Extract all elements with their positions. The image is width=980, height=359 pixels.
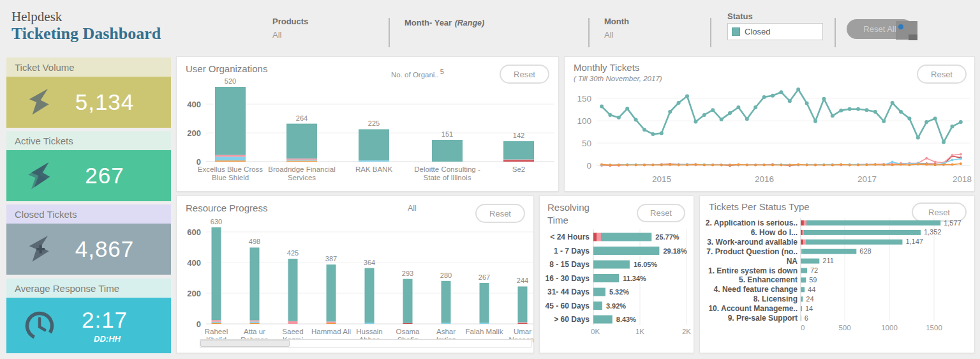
resource-bar[interactable] [212,227,221,324]
resource-scrollbar-thumb[interactable] [200,340,290,347]
status-filter-select[interactable]: Closed [727,23,823,40]
svg-text:1. Entire system is down: 1. Entire system is down [708,266,798,275]
svg-text:29.18%: 29.18% [663,247,687,255]
resource-bar[interactable] [403,279,413,324]
svg-text:11.34%: 11.34% [623,275,646,282]
svg-text:Ashar: Ashar [436,328,456,335]
filter-status-label: Status [727,11,753,21]
svg-text:RAK BANK: RAK BANK [355,165,392,173]
svg-text:24: 24 [806,295,813,303]
svg-text:0K: 0K [591,328,600,335]
status-filter-value: Closed [745,27,770,36]
status-bar[interactable] [801,259,819,264]
filter-month-value[interactable]: All [604,30,629,40]
org-bar[interactable] [359,129,389,162]
filter-month-year[interactable]: Month- Year (Range) [405,17,484,28]
org-bar[interactable] [215,87,246,162]
svg-text:45 - 60 Days: 45 - 60 Days [546,302,590,310]
filter-products-value[interactable]: All [272,30,308,40]
status-bar[interactable] [801,230,921,235]
resource-bar[interactable] [327,264,336,324]
kpi-avg-response-value: 2:17 [56,307,153,333]
kpi-avg-response-unit: DD:HH [56,334,158,344]
header-divider [710,18,711,47]
svg-text:4. Need feature change: 4. Need feature change [714,285,798,294]
svg-text:Blue Shield: Blue Shield [212,174,249,181]
svg-text:400: 400 [187,258,201,268]
reset-all-notch [909,34,917,40]
tickets-per-status-chart[interactable]: 0500100015002. Application is serious..1… [700,215,975,353]
status-closed-swatch [732,27,740,36]
svg-text:3.92%: 3.92% [606,302,626,310]
svg-text:Saeed: Saeed [282,328,303,335]
resolving-reset-button[interactable]: Reset [637,204,685,222]
status-bar[interactable] [801,306,802,311]
svg-text:0: 0 [801,324,805,332]
status-bar[interactable] [801,296,803,302]
svg-text:600: 600 [187,227,201,237]
resource-bar[interactable] [480,283,489,324]
org-bar[interactable] [286,124,317,162]
resource-bar[interactable] [365,268,375,324]
status-bar[interactable] [801,240,902,245]
svg-text:7. Product Question (no..: 7. Product Question (no.. [706,247,798,256]
svg-text:16.05%: 16.05% [634,261,658,268]
svg-text:2. Application is serious..: 2. Application is serious.. [706,218,798,227]
svg-text:14: 14 [805,305,813,312]
svg-text:100: 100 [577,116,591,126]
filter-products[interactable]: Products All [272,17,308,40]
svg-text:1500: 1500 [926,324,942,332]
tickets-per-status-panel: Tickets Per Status Type Reset 0500100015… [699,195,975,353]
svg-text:2016: 2016 [755,174,774,184]
svg-text:2018: 2018 [953,174,972,184]
org-count-value: 5 [440,68,444,75]
resolving-bar[interactable] [593,274,619,282]
svg-text:Falah Malik: Falah Malik [466,328,503,335]
filter-month-year-range-hint: (Range) [455,19,485,27]
resolving-bar[interactable] [593,288,605,296]
org-bar[interactable] [432,140,463,162]
user-organizations-chart[interactable]: 4002000520Excellus Blue CrossBlue Shield… [177,77,559,191]
resolving-bar[interactable] [593,233,651,241]
status-bar[interactable] [801,287,805,292]
org-bar[interactable] [503,141,534,162]
dashboard-title: Ticketing Dashboard [11,24,161,43]
svg-text:628: 628 [859,247,871,255]
resolving-time-chart[interactable]: 0K1K2K< 24 Hours25.77%1 - 7 Days29.18%8 … [540,224,694,352]
resolving-bar[interactable] [593,316,612,324]
status-bar[interactable] [801,277,806,282]
svg-text:500: 500 [838,324,850,332]
resource-bar[interactable] [288,259,298,324]
svg-text:Hussain: Hussain [356,328,383,335]
monthly-series-teal[interactable] [600,88,963,144]
filter-month[interactable]: Month All [604,17,629,40]
status-bar[interactable] [801,316,801,321]
status-bar[interactable] [801,220,940,225]
svg-text:31- 44 Days: 31- 44 Days [547,287,590,296]
svg-text:5. Enhancement: 5. Enhancement [739,275,798,284]
svg-text:2K: 2K [682,328,691,335]
svg-text:5.32%: 5.32% [609,288,629,296]
svg-text:211: 211 [822,257,834,264]
resource-bar[interactable] [518,286,528,324]
status-bar[interactable] [801,268,807,273]
resource-bar[interactable] [250,247,260,324]
user-organizations-title: User Organizations [186,63,267,74]
resource-bar[interactable] [442,281,451,324]
header-divider [835,18,836,47]
svg-text:0: 0 [586,161,591,171]
resolving-bar[interactable] [593,247,659,255]
resource-progress-chart[interactable]: 6004002000630RaheelKhalid498Atta urRehma… [177,196,534,353]
kpi-active-tickets-label: Active Tickets [6,131,171,150]
resource-scrollbar[interactable] [200,339,531,348]
filter-products-label: Products [272,17,308,26]
status-bar[interactable] [801,249,856,254]
svg-text:630: 630 [211,218,222,225]
kpi-active-tickets-card: 267 [6,150,171,201]
resolving-bar[interactable] [593,261,630,269]
svg-text:225: 225 [368,119,380,127]
resolving-bar[interactable] [593,302,602,310]
monthly-tickets-chart[interactable]: 1501005002015201620172018 [565,75,975,191]
filter-month-year-label: Month- Year [405,18,452,27]
svg-text:1,147: 1,147 [905,238,923,245]
